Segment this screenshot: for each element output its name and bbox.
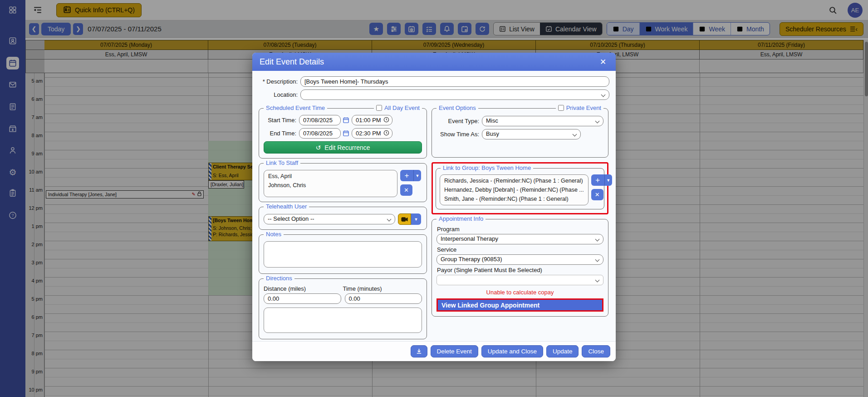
app-root: ⚙ ? Quick Info (CTRL+Q) AE ❮ Today ❯ 07/…: [0, 0, 868, 397]
staff-listbox[interactable]: Ess, April Johnson, Chris: [264, 170, 397, 197]
edit-event-modal: Edit Event Details ✕ * Description: Loca…: [252, 53, 616, 361]
payor-select[interactable]: [436, 275, 603, 285]
all-day-checkbox[interactable]: [376, 105, 382, 111]
edit-recurrence-button[interactable]: ↺ Edit Recurrence: [264, 141, 422, 154]
clock-icon[interactable]: [383, 130, 389, 137]
show-time-as-select[interactable]: Busy: [482, 129, 581, 139]
description-input[interactable]: [300, 76, 609, 87]
description-label: * Description:: [259, 78, 300, 85]
add-staff-dropdown-icon[interactable]: ▼: [413, 170, 421, 181]
telehealth-user-section: Telehealth User -- Select Option -- ▼: [259, 207, 427, 230]
download-button[interactable]: [411, 345, 427, 357]
payor-label: Payor (Single Patient Must Be Selected): [437, 267, 603, 273]
notes-section: Notes: [259, 234, 427, 274]
private-event-checkbox[interactable]: [558, 105, 564, 111]
event-type-label: Event Type:: [436, 118, 482, 124]
location-select[interactable]: [300, 89, 609, 100]
group-member-item[interactable]: Richards, Jessica - (Reminder:NC) (Phase…: [440, 176, 588, 185]
link-to-group-highlight: Link to Group: Boys Tween Home Richards,…: [432, 162, 608, 214]
modal-header: Edit Event Details ✕: [252, 53, 616, 71]
update-and-close-button[interactable]: Update and Close: [481, 345, 543, 357]
remove-group-member-button[interactable]: ✕: [591, 189, 603, 200]
location-label: Location:: [259, 91, 300, 98]
link-to-group-section: Link to Group: Boys Tween Home Richards,…: [436, 168, 604, 209]
add-group-dropdown-icon[interactable]: ▼: [604, 174, 612, 186]
program-select[interactable]: Interpersonal Therapy: [436, 234, 603, 244]
clock-icon[interactable]: [383, 117, 389, 124]
close-icon[interactable]: ✕: [598, 56, 608, 67]
directions-section: Directions Distance (miles) Time (minute…: [259, 278, 427, 339]
close-button[interactable]: Close: [582, 345, 610, 357]
modal-footer: Delete Event Update and Close Update Clo…: [252, 341, 616, 361]
distance-input[interactable]: [264, 293, 341, 304]
delete-event-button[interactable]: Delete Event: [431, 345, 478, 357]
link-to-staff-section: Link To Staff Ess, April Johnson, Chris …: [259, 163, 427, 202]
group-member-item[interactable]: Smith, Jane - (Reminder:NC) (Phase 1 : G…: [440, 194, 588, 203]
group-listbox[interactable]: Richards, Jessica - (Reminder:NC) (Phase…: [440, 174, 588, 205]
video-camera-icon[interactable]: [398, 213, 411, 225]
program-label: Program: [437, 226, 603, 233]
calendar-picker-icon[interactable]: [341, 130, 351, 137]
distance-label: Distance (miles): [264, 285, 343, 292]
copay-warning: Unable to calculate copay: [436, 289, 603, 296]
event-options-section: Event Options Private Event Event Type: …: [432, 108, 608, 158]
telehealth-dropdown-icon[interactable]: ▼: [411, 213, 421, 225]
appointment-info-section: Appointment Info Program Interpersonal T…: [432, 219, 608, 317]
scheduled-event-time-section: Scheduled Event Time All Day Event Start…: [259, 108, 427, 159]
add-group-member-button[interactable]: +: [591, 174, 604, 186]
remove-staff-button[interactable]: ✕: [400, 184, 412, 196]
time-minutes-input[interactable]: [345, 293, 422, 304]
group-member-item[interactable]: Hernandez, Debby [Debrah] - (Reminder:NC…: [440, 185, 588, 194]
event-type-select[interactable]: Misc: [482, 116, 603, 126]
service-label: Service: [437, 246, 603, 253]
telehealth-select[interactable]: -- Select Option --: [264, 214, 395, 224]
view-linked-group-appointment-button[interactable]: View Linked Group Appointment: [436, 298, 603, 312]
recurrence-icon: ↺: [315, 144, 321, 151]
start-date-input[interactable]: [299, 115, 341, 125]
staff-item[interactable]: Johnson, Chris: [264, 181, 397, 190]
modal-title: Edit Event Details: [260, 57, 324, 67]
notes-textarea[interactable]: [264, 241, 422, 268]
update-button[interactable]: Update: [546, 345, 579, 357]
add-staff-button[interactable]: +: [400, 170, 413, 181]
end-date-input[interactable]: [299, 128, 341, 139]
staff-item[interactable]: Ess, April: [264, 172, 397, 181]
service-select[interactable]: Group Therapy (90853): [436, 254, 603, 265]
show-time-as-label: Show Time As:: [436, 131, 482, 138]
time-minutes-label: Time (minutes): [343, 285, 422, 292]
directions-textarea[interactable]: [264, 308, 422, 333]
calendar-picker-icon[interactable]: [341, 117, 351, 124]
